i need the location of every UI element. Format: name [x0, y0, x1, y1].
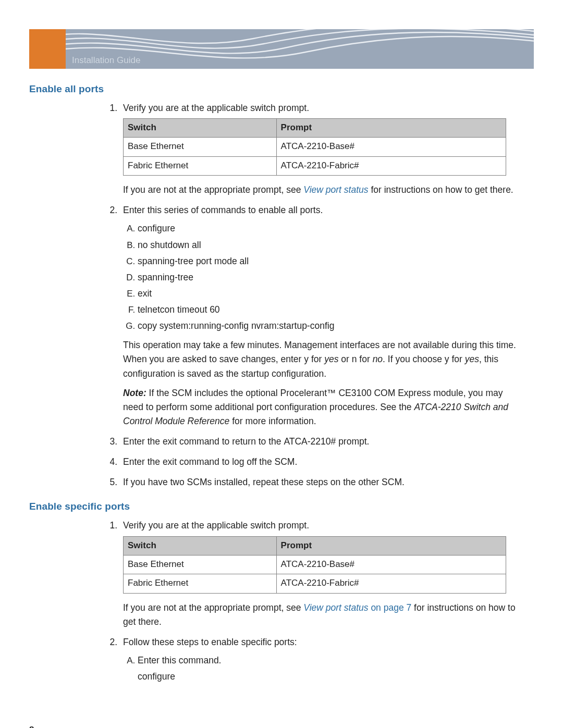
- text: command to return to the: [179, 436, 284, 447]
- command: configure: [138, 670, 534, 684]
- header-banner: Installation Guide: [29, 29, 534, 69]
- prompt-text: ATCA-2210#: [284, 436, 336, 447]
- section-heading-enable-specific-ports: Enable specific ports: [29, 501, 534, 512]
- exit-command: exit: [163, 456, 179, 467]
- section-heading-enable-all-ports: Enable all ports: [29, 83, 534, 95]
- exit-command: exit: [163, 436, 179, 447]
- command: spanning-tree: [138, 272, 193, 282]
- cell-prompt: ATCA-2210-Fabric#: [276, 574, 506, 593]
- table-row: Fabric Ethernet ATCA-2210-Fabric#: [124, 156, 506, 175]
- steps-enable-specific-ports: Verify you are at the applicable switch …: [120, 519, 534, 684]
- text: for: [449, 354, 465, 364]
- no-word: no: [373, 354, 383, 364]
- key-y: y: [304, 354, 309, 364]
- table-row: Base Ethernet ATCA-2210-Base#: [124, 555, 506, 574]
- cmd-item: copy system:running-config nvram:startup…: [138, 319, 534, 333]
- key-y: y: [445, 354, 449, 364]
- command: exit: [138, 288, 152, 299]
- step-2: Enter this series of commands to enable …: [120, 203, 534, 428]
- cmd-item: exit: [138, 287, 534, 301]
- view-port-status-link[interactable]: View port status: [303, 184, 368, 195]
- yes-word: yes: [465, 354, 479, 364]
- step-2: Follow these steps to enable specific po…: [120, 635, 534, 684]
- steps-enable-all-ports: Verify you are at the applicable switch …: [120, 101, 534, 489]
- text: command to log off the SCM.: [179, 456, 297, 467]
- step-text: Enter this series of commands to enable …: [123, 205, 323, 215]
- substep-text: Enter this command.: [138, 653, 534, 668]
- step-text: Follow these steps to enable specific po…: [123, 637, 297, 647]
- table-header-row: Switch Prompt: [124, 536, 506, 555]
- cell-prompt: ATCA-2210-Base#: [276, 138, 506, 156]
- col-prompt: Prompt: [276, 536, 506, 555]
- text: for more information.: [229, 416, 316, 426]
- command: no shutdown all: [138, 240, 201, 250]
- cell-switch: Base Ethernet: [124, 138, 277, 156]
- switch-prompt-table: Switch Prompt Base Ethernet ATCA-2210-Ba…: [123, 536, 506, 594]
- command: telnetcon timeout 60: [138, 304, 220, 315]
- cmd-item: no shutdown all: [138, 238, 534, 252]
- text: for instructions on how to get there.: [369, 184, 513, 195]
- col-switch: Switch: [124, 536, 277, 555]
- operation-note: This operation may take a few minutes. M…: [123, 338, 519, 380]
- step-5: If you have two SCMs installed, repeat t…: [120, 475, 534, 489]
- text: for: [357, 354, 372, 364]
- cell-switch: Fabric Ethernet: [124, 574, 277, 593]
- prompt-note: If you are not at the appropriate prompt…: [123, 183, 519, 197]
- command-list: configure no shutdown all spanning-tree …: [138, 221, 534, 333]
- link-page-ref: on page 7: [369, 602, 412, 613]
- col-switch: Switch: [124, 119, 277, 138]
- substeps: Enter this command. configure: [138, 653, 534, 684]
- cmd-item: spanning-tree port mode all: [138, 254, 534, 268]
- command: configure: [138, 223, 175, 233]
- banner-accent: [29, 29, 66, 69]
- text: If you are not at the appropriate prompt…: [123, 602, 303, 613]
- text: If you are not at the appropriate prompt…: [123, 184, 303, 195]
- cell-prompt: ATCA-2210-Fabric#: [276, 156, 506, 175]
- view-port-status-link[interactable]: View port status on page 7: [303, 602, 411, 613]
- step-3: Enter the exit command to return to the …: [120, 435, 534, 449]
- step-4: Enter the exit command to log off the SC…: [120, 455, 534, 469]
- cell-switch: Fabric Ethernet: [124, 156, 277, 175]
- step-text: If you have two SCMs installed, repeat t…: [123, 477, 405, 487]
- command: spanning-tree port mode all: [138, 256, 249, 266]
- table-header-row: Switch Prompt: [124, 119, 506, 138]
- table-row: Base Ethernet ATCA-2210-Base#: [124, 138, 506, 156]
- command: copy system:running-config nvram:startup…: [138, 320, 334, 331]
- cell-prompt: ATCA-2210-Base#: [276, 555, 506, 574]
- text: or: [338, 354, 351, 364]
- substep-a: Enter this command. configure: [138, 653, 534, 684]
- table-row: Fabric Ethernet ATCA-2210-Fabric#: [124, 574, 506, 593]
- link-text: View port status: [303, 602, 368, 613]
- step-1: Verify you are at the applicable switch …: [120, 519, 534, 628]
- scm-note: Note: If the SCM includes the optional P…: [123, 386, 519, 428]
- content: Enable all ports Verify you are at the a…: [29, 83, 534, 684]
- step-text: Verify you are at the applicable switch …: [123, 520, 309, 530]
- cell-switch: Base Ethernet: [124, 555, 277, 574]
- page: Installation Guide Enable all ports Veri…: [0, 29, 563, 728]
- banner-title: Installation Guide: [72, 55, 140, 66]
- text: Enter the: [123, 436, 163, 447]
- note-label: Note:: [123, 388, 146, 398]
- text: . If you choose: [383, 354, 445, 364]
- cmd-item: spanning-tree: [138, 270, 534, 285]
- text: for: [309, 354, 324, 364]
- cmd-item: telnetcon timeout 60: [138, 303, 534, 317]
- key-n: n: [352, 354, 357, 364]
- page-number: 8: [29, 725, 34, 728]
- yes-word: yes: [324, 354, 338, 364]
- switch-prompt-table: Switch Prompt Base Ethernet ATCA-2210-Ba…: [123, 118, 506, 176]
- step-1: Verify you are at the applicable switch …: [120, 101, 534, 197]
- prompt-note: If you are not at the appropriate prompt…: [123, 601, 519, 629]
- text: prompt.: [336, 436, 369, 447]
- cmd-item: configure: [138, 221, 534, 236]
- col-prompt: Prompt: [276, 119, 506, 138]
- text: Enter the: [123, 456, 163, 467]
- step-text: Verify you are at the applicable switch …: [123, 103, 309, 113]
